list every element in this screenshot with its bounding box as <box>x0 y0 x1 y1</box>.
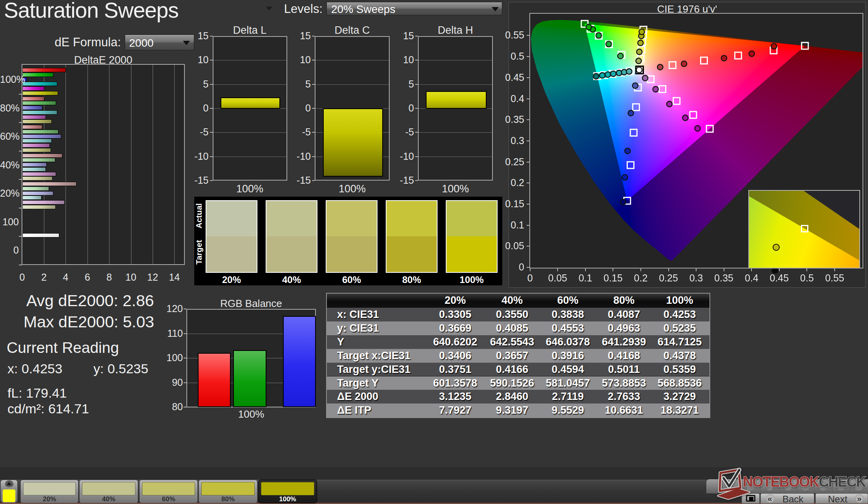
svg-text:NOTEBOOKCHECK: NOTEBOOKCHECK <box>743 474 866 490</box>
